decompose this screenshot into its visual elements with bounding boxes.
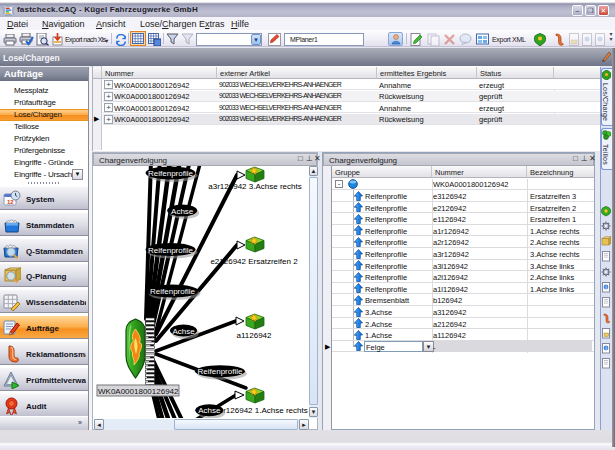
svg-text:Achse: Achse [172,327,195,336]
svg-text:Reifenprofile: Reifenprofile [150,287,195,296]
svg-text:12: 12 [7,199,14,205]
svg-text:i: i [605,284,606,290]
svg-text:i: i [605,345,606,351]
svg-text:Achse: Achse [171,207,194,216]
svg-text:a1126942: a1126942 [237,331,273,340]
svg-text:e2126942 Ersatzreifen 2: e2126942 Ersatzreifen 2 [210,257,298,266]
svg-text:Reifenprofile: Reifenprofile [148,246,193,255]
svg-text:Achse: Achse [198,406,221,415]
svg-text:Reifenprofile: Reifenprofile [148,169,193,178]
svg-text:a3r126942 3.Achse rechts: a3r126942 3.Achse rechts [208,182,301,191]
svg-text:a1r126942 1.Achse rechts: a1r126942 1.Achse rechts [214,406,307,415]
svg-text:Reifenprofile: Reifenprofile [198,367,243,376]
svg-text:WK0A0001800126942: WK0A0001800126942 [98,387,179,396]
